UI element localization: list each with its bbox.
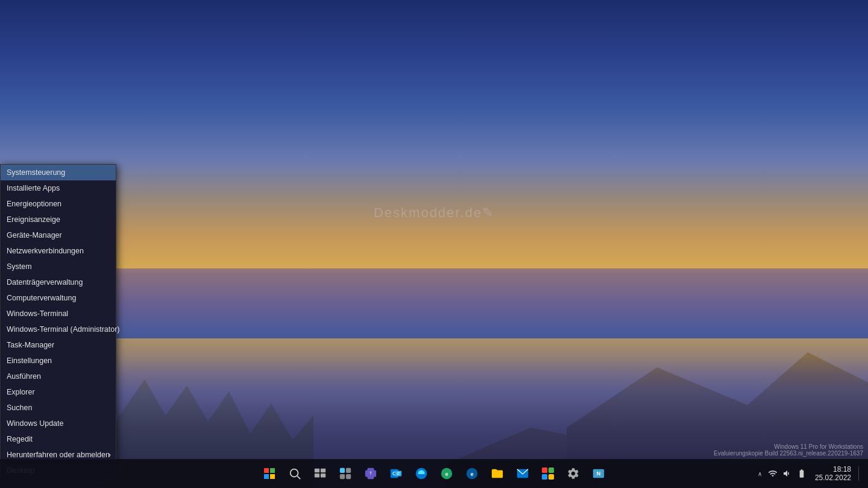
menu-item-netzwerkverbindungen[interactable]: Netzwerkverbindungen [1,243,116,259]
search-button[interactable] [283,461,307,486]
svg-text:T: T [370,471,373,476]
settings-button[interactable] [561,461,585,486]
svg-rect-22 [542,474,547,480]
menu-item-windows-terminal-admin[interactable]: Windows-Terminal (Administrator) [1,322,116,337]
file-explorer-button[interactable] [485,461,509,486]
battery-icon[interactable] [796,467,808,480]
show-desktop-button[interactable] [858,466,863,481]
menu-item-ereignisanzeige[interactable]: Ereignisanzeige [1,212,116,227]
sky [0,0,868,268]
svg-text:e: e [445,471,448,477]
edge-dev-button[interactable]: e [460,461,484,486]
svg-rect-3 [321,469,326,472]
menu-item-datenverwaltung[interactable]: Datenträgerverwaltung [1,274,116,290]
taskbar-center: T O @ e [257,461,611,486]
widgets-button[interactable] [333,461,357,486]
svg-point-0 [291,469,298,477]
clock-time: 18:18 [833,465,851,474]
clock-date: 25.02.2022 [815,474,851,482]
store-button[interactable] [536,461,560,486]
svg-rect-4 [315,474,319,477]
taskbar-right: ∧ 18:18 25.02.2022 [756,464,868,483]
tray-expand[interactable]: ∧ [756,468,763,480]
water-reflection [0,338,868,459]
svg-rect-6 [340,468,345,473]
network-icon[interactable] [767,467,779,480]
menu-item-einstellungen[interactable]: Einstellungen [1,353,116,369]
svg-rect-8 [340,474,345,479]
task-view-button[interactable] [308,461,332,486]
svg-rect-7 [346,468,351,473]
svg-rect-2 [315,469,319,472]
volume-icon[interactable] [781,467,793,480]
menu-item-geraete-manager[interactable]: Geräte-Manager [1,227,116,243]
teams-button[interactable]: T [359,461,383,486]
context-menu: SystemsteuerungInstallierte AppsEnergieo… [0,164,116,479]
menu-item-installierte-apps[interactable]: Installierte Apps [1,180,116,196]
svg-rect-21 [549,467,554,473]
system-tray [767,467,808,480]
taskbar: T O @ e [0,459,868,488]
svg-rect-9 [346,474,351,479]
menu-item-ausfuehren[interactable]: Ausführen [1,369,116,384]
clock[interactable]: 18:18 25.02.2022 [811,464,855,483]
outlook-button[interactable]: O @ [384,461,408,486]
menu-item-task-manager[interactable]: Task-Manager [1,337,116,353]
menu-item-systemsteuerung[interactable]: Systemsteuerung [1,165,116,180]
menu-item-regedit[interactable]: Regedit [1,431,116,447]
desktop-background [0,0,868,488]
menu-item-system[interactable]: System [1,259,116,274]
svg-line-1 [297,476,300,479]
start-button[interactable] [257,461,281,486]
mail-button[interactable] [511,461,535,486]
edge-button[interactable] [409,461,433,486]
svg-rect-5 [321,474,326,477]
menu-item-explorer[interactable]: Explorer [1,384,116,400]
svg-rect-20 [542,467,547,473]
menu-item-windows-update[interactable]: Windows Update [1,416,116,431]
svg-text:e: e [470,471,473,477]
menu-item-energieoptionen[interactable]: Energieoptionen [1,196,116,212]
edge-beta-button[interactable]: e [435,461,459,486]
svg-rect-23 [549,474,554,480]
menu-item-computerverwaltung[interactable]: Computerverwaltung [1,290,116,306]
svg-text:@: @ [396,471,400,475]
svg-text:N: N [597,471,601,477]
submenu-arrow-icon: › [108,451,111,459]
menu-item-suchen[interactable]: Suchen [1,400,116,416]
menu-item-windows-terminal[interactable]: Windows-Terminal [1,306,116,322]
news-button[interactable]: N [587,461,611,486]
